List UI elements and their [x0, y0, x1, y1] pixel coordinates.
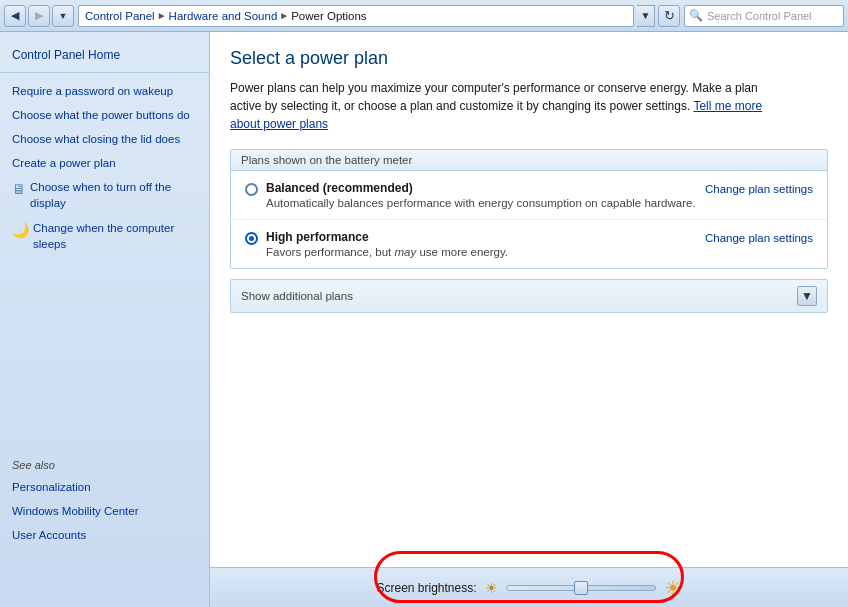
- sidebar-item-label: Change when the computer sleeps: [33, 220, 197, 252]
- sidebar-item-label: Choose what the power buttons do: [12, 107, 190, 123]
- sidebar: Control Panel Home Require a password on…: [0, 32, 210, 607]
- sidebar-item-close-lid[interactable]: Choose what closing the lid does: [0, 127, 209, 151]
- brightness-slider-thumb[interactable]: [574, 581, 588, 595]
- forward-button[interactable]: ▶: [28, 5, 50, 27]
- see-also-label: See also: [0, 445, 209, 475]
- brightness-label: Screen brightness:: [376, 581, 476, 595]
- plans-section: Plans shown on the battery meter Balance…: [230, 149, 828, 269]
- breadcrumb-hardware[interactable]: Hardware and Sound: [169, 10, 278, 22]
- sidebar-item-create-plan[interactable]: Create a power plan: [0, 151, 209, 175]
- sidebar-item-label: Personalization: [12, 479, 91, 495]
- title-bar: ◀ ▶ ▼ Control Panel ► Hardware and Sound…: [0, 0, 848, 32]
- sleep-icon: 🌙: [12, 221, 29, 241]
- refresh-button[interactable]: ↻: [658, 5, 680, 27]
- page-title: Select a power plan: [230, 48, 828, 69]
- plan-item-high-performance: High performance Favors performance, but…: [231, 220, 827, 268]
- change-settings-balanced[interactable]: Change plan settings: [705, 183, 813, 195]
- additional-plans-label: Show additional plans: [241, 290, 353, 302]
- plan-name-balanced: Balanced (recommended): [266, 181, 696, 195]
- annotation-red-circle: [374, 551, 684, 603]
- radio-high-performance[interactable]: [245, 232, 258, 245]
- sidebar-item-mobility-center[interactable]: Windows Mobility Center: [0, 499, 209, 523]
- sidebar-item-label: Windows Mobility Center: [12, 503, 139, 519]
- sidebar-item-label: Require a password on wakeup: [12, 83, 173, 99]
- expand-additional-plans-button[interactable]: ▼: [797, 286, 817, 306]
- sidebar-item-personalization[interactable]: Personalization: [0, 475, 209, 499]
- back-button[interactable]: ◀: [4, 5, 26, 27]
- recent-button[interactable]: ▼: [52, 5, 74, 27]
- sidebar-item-label: User Accounts: [12, 527, 86, 543]
- sidebar-item-display-off[interactable]: 🖥 Choose when to turn off the display: [0, 175, 209, 215]
- display-icon: 🖥: [12, 180, 26, 200]
- breadcrumb-controlpanel[interactable]: Control Panel: [85, 10, 155, 22]
- radio-balanced[interactable]: [245, 183, 258, 196]
- search-icon: 🔍: [689, 9, 703, 22]
- sidebar-item-sleep-change[interactable]: 🌙 Change when the computer sleeps: [0, 216, 209, 256]
- plan-left-balanced: Balanced (recommended) Automatically bal…: [245, 181, 705, 209]
- additional-plans-bar[interactable]: Show additional plans ▼: [230, 279, 828, 313]
- plan-desc-high-performance: Favors performance, but may use more ene…: [266, 246, 508, 258]
- sidebar-item-label: Create a power plan: [12, 155, 116, 171]
- sun-small-icon: ☀: [485, 580, 498, 596]
- plan-info-balanced: Balanced (recommended) Automatically bal…: [266, 181, 696, 209]
- sidebar-home-link[interactable]: Control Panel Home: [0, 42, 209, 73]
- sidebar-item-power-buttons[interactable]: Choose what the power buttons do: [0, 103, 209, 127]
- breadcrumb-dropdown[interactable]: ▼: [637, 5, 655, 27]
- sidebar-item-require-password[interactable]: Require a password on wakeup: [0, 79, 209, 103]
- breadcrumb-sep2: ►: [279, 10, 289, 21]
- plan-name-high-performance: High performance: [266, 230, 508, 244]
- sun-large-icon: ☀: [664, 576, 682, 600]
- search-placeholder-text: Search Control Panel: [707, 10, 812, 22]
- change-settings-high-performance[interactable]: Change plan settings: [705, 232, 813, 244]
- sidebar-item-label: Choose what closing the lid does: [12, 131, 180, 147]
- plan-desc-balanced: Automatically balances performance with …: [266, 197, 696, 209]
- page-description: Power plans can help you maximize your c…: [230, 79, 790, 133]
- sidebar-item-user-accounts[interactable]: User Accounts: [0, 523, 209, 547]
- plan-item-balanced: Balanced (recommended) Automatically bal…: [231, 171, 827, 220]
- breadcrumb-current: Power Options: [291, 10, 366, 22]
- sidebar-item-label: Choose when to turn off the display: [30, 179, 197, 211]
- content-area: Select a power plan Power plans can help…: [210, 32, 848, 607]
- brightness-bar: Screen brightness: ☀ ☀: [210, 567, 848, 607]
- search-bar[interactable]: 🔍 Search Control Panel: [684, 5, 844, 27]
- plan-info-high-performance: High performance Favors performance, but…: [266, 230, 508, 258]
- main-container: Control Panel Home Require a password on…: [0, 32, 848, 607]
- plan-left-high-performance: High performance Favors performance, but…: [245, 230, 705, 258]
- nav-buttons: ◀ ▶ ▼: [4, 5, 74, 27]
- breadcrumb-sep1: ►: [157, 10, 167, 21]
- brightness-slider[interactable]: [506, 585, 656, 591]
- breadcrumb: Control Panel ► Hardware and Sound ► Pow…: [78, 5, 634, 27]
- plans-section-header: Plans shown on the battery meter: [231, 150, 827, 171]
